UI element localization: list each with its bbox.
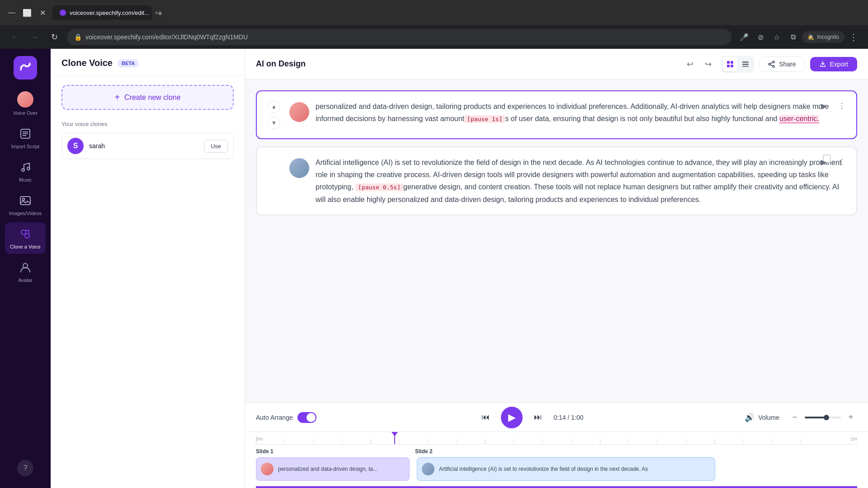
skip-back-button[interactable]: ⏮ [477, 409, 494, 426]
volume-icon: 🔊 [745, 413, 755, 422]
slide-1-more-button[interactable]: ⋮ [835, 99, 849, 113]
slide-2-text[interactable]: Artificial intelligence (AI) is set to r… [316, 156, 845, 206]
back-button[interactable]: ← [7, 30, 22, 44]
new-tab-button[interactable]: + [154, 7, 166, 20]
plus-icon: + [114, 92, 120, 103]
playhead[interactable] [394, 432, 395, 444]
address-bar[interactable]: 🔒 voiceover.speechify.com/editor/XIJlDNq… [67, 29, 731, 45]
slide-1-content: personalized and data-driven design, tai… [289, 100, 845, 129]
incognito-label: Incognito [817, 34, 839, 40]
url-text: voiceover.speechify.com/editor/XIJlDNq0W… [85, 33, 724, 41]
clone-panel-header: Clone Voice BETA [51, 49, 245, 76]
clone-panel-body: + Create new clone Your voice clones S s… [51, 76, 245, 488]
svg-point-4 [22, 169, 24, 171]
sidebar-bottom: ? [5, 455, 46, 481]
auto-arrange: Auto Arrange [256, 412, 316, 423]
collapse-down-button[interactable]: ▼ [268, 117, 280, 129]
sidebar-item-help[interactable]: ? [5, 455, 46, 481]
volume-label: Volume [758, 414, 779, 421]
slide-1-block[interactable]: personalized and data-driven design, ta.… [256, 457, 410, 481]
sidebar-item-images[interactable]: Images/Videos [5, 189, 46, 221]
window-icon-btn[interactable]: ⧉ [786, 30, 800, 44]
volume-fill [805, 417, 825, 418]
undo-redo-group: ↩ ↪ [682, 56, 716, 72]
create-clone-label: Create new clone [124, 94, 181, 102]
slide-1-controls: ▲ ▼ [268, 100, 280, 129]
grid-view-button[interactable] [723, 57, 737, 71]
undo-button[interactable]: ↩ [682, 56, 698, 72]
volume-slider[interactable] [805, 417, 841, 418]
address-bar-row: ← → ↻ 🔒 voiceover.speechify.com/editor/X… [0, 25, 868, 49]
use-clone-button[interactable]: Use [204, 140, 228, 153]
lock-icon: 🔒 [74, 33, 82, 41]
refresh-button[interactable]: ↻ [47, 30, 61, 44]
play-pause-button[interactable]: ▶ [501, 407, 523, 428]
svg-point-18 [773, 61, 774, 63]
clone-panel-title: Clone Voice [61, 58, 113, 68]
sidebar-logo[interactable] [14, 56, 37, 80]
tick [571, 439, 599, 445]
slide-card-1: ▲ ▼ personalized and data-driven design,… [256, 90, 857, 139]
slide-1-speaker-row: personalized and data-driven design, tai… [289, 100, 845, 125]
list-view-button[interactable] [738, 57, 753, 71]
sidebar-item-music[interactable]: Music [5, 155, 46, 187]
avatar-icon [18, 260, 33, 275]
images-icon [18, 193, 33, 208]
slide-2-more-button[interactable]: ⋮ [835, 155, 849, 169]
collapse-up-button[interactable]: ▲ [268, 100, 280, 113]
slide-2-track: Slide 2 Artificial intelligence (AI) is … [415, 448, 715, 481]
tick [256, 439, 284, 445]
sidebar-item-avatar[interactable]: Avatar [5, 256, 46, 287]
minimize-btn[interactable]: — [5, 6, 18, 19]
more-options-btn[interactable]: ⋮ [846, 30, 861, 44]
restore-btn[interactable]: ⬜ [21, 6, 33, 19]
tab-favicon [60, 9, 66, 16]
create-clone-button[interactable]: + Create new clone [61, 85, 234, 110]
camouflage-icon-btn[interactable]: ⊘ [753, 30, 768, 44]
tick [457, 439, 485, 445]
sidebar-item-clone[interactable]: Clone a Voice [5, 222, 46, 254]
share-label: Share [779, 61, 796, 68]
slide-2-content: Artificial intelligence (AI) is set to r… [289, 156, 845, 206]
export-button[interactable]: Export [810, 57, 857, 71]
redo-button[interactable]: ↪ [700, 56, 716, 72]
svg-rect-13 [727, 65, 730, 67]
help-icon[interactable]: ? [17, 460, 33, 476]
toggle-knob [307, 413, 316, 422]
slide-2-block[interactable]: Artificial intelligence (AI) is set to r… [417, 457, 715, 481]
sidebar-item-import[interactable]: Import Script [5, 122, 46, 154]
playhead-triangle [392, 432, 398, 436]
main-header: AI on Design ↩ ↪ [245, 49, 868, 80]
active-tab[interactable]: voiceover.speechify.com/edit... ✕ [52, 5, 152, 20]
star-icon-btn[interactable]: ☆ [769, 30, 784, 44]
sidebar-item-voiceover[interactable]: Voice Over [5, 87, 46, 120]
tick [514, 439, 542, 445]
slide-1-play-button[interactable]: ▶ [816, 99, 831, 113]
auto-arrange-toggle[interactable] [297, 412, 316, 423]
slide-2-speaker-avatar [289, 158, 309, 178]
tick [399, 439, 428, 445]
slide-1-text[interactable]: personalized and data-driven design, tai… [316, 100, 845, 125]
tick [542, 439, 571, 445]
close-btn[interactable]: ✕ [36, 6, 49, 19]
svg-rect-11 [727, 61, 730, 64]
skip-forward-button[interactable]: ⏭ [530, 409, 546, 426]
svg-line-22 [770, 65, 773, 66]
slide-2-play-button[interactable]: ▶ [816, 155, 831, 169]
slide-2-actions: ▶ ⋮ [816, 155, 849, 169]
share-button[interactable]: Share [760, 56, 804, 72]
svg-point-19 [773, 66, 774, 67]
slides-area: ▲ ▼ personalized and data-driven design,… [245, 80, 868, 403]
forward-button[interactable]: → [27, 30, 42, 44]
slide-1-inner: ▲ ▼ personalized and data-driven design,… [268, 100, 845, 129]
zoom-out-button[interactable]: − [788, 411, 801, 424]
sidebar-label-avatar: Avatar [18, 277, 33, 283]
incognito-badge[interactable]: 🕵️ Incognito [802, 31, 844, 43]
export-label: Export [830, 61, 848, 68]
slide-2-block-text: Artificial intelligence (AI) is set to r… [439, 466, 648, 472]
mic-icon-btn[interactable]: 🎤 [737, 30, 751, 44]
sidebar: Voice Over Import Script [0, 49, 51, 488]
svg-rect-17 [742, 66, 749, 67]
volume-control: 🔊 Volume [745, 413, 779, 422]
zoom-in-button[interactable]: + [844, 411, 857, 424]
